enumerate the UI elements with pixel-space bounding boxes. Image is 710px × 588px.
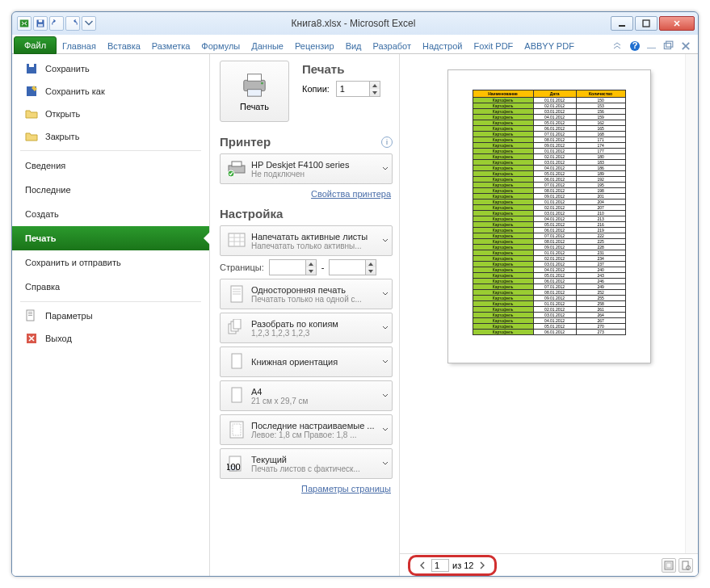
settings-heading: Настройка	[220, 207, 393, 220]
print-panel: Печать Печать Копии:	[210, 54, 399, 576]
print-preview: Наименование Дата Количество Картофель01…	[399, 54, 698, 576]
preview-scrollbar-v[interactable]	[685, 54, 698, 553]
spinner-up[interactable]	[366, 260, 376, 267]
table-row: Картофель05.01.2012189	[473, 171, 625, 177]
table-row: Картофель08.01.2012225	[473, 239, 625, 245]
redo-icon[interactable]	[65, 16, 80, 31]
tab-review[interactable]: Рецензир	[289, 38, 340, 53]
svg-rect-15	[28, 313, 32, 314]
table-row: Картофель02.01.2012153	[473, 103, 625, 109]
papersize-selector[interactable]: A421 см x 29,7 см	[220, 380, 393, 411]
orientation-selector[interactable]: Книжная ориентация	[220, 346, 393, 377]
print-what-selector[interactable]: Напечатать активные листыНапечатать толь…	[220, 225, 393, 256]
print-button[interactable]: Печать	[220, 61, 289, 122]
quick-access-toolbar	[17, 16, 96, 31]
tab-abbyy[interactable]: ABBYY PDF	[519, 38, 580, 53]
sidebar-item-info[interactable]: Сведения	[12, 153, 209, 178]
pages-to-input[interactable]	[330, 262, 365, 273]
close-button[interactable]	[659, 16, 695, 31]
sidebar-item-saveandsend[interactable]: Сохранить и отправить	[12, 250, 209, 275]
sidebar-item-help[interactable]: Справка	[12, 275, 209, 299]
pages-from-input[interactable]	[270, 262, 305, 273]
table-row: Картофель06.01.2012165	[473, 126, 625, 132]
sidebar-item-new[interactable]: Создать	[12, 202, 209, 226]
table-row: Картофель04.01.2012267	[473, 318, 625, 324]
tab-formulas[interactable]: Формулы	[195, 38, 246, 53]
undo-icon[interactable]	[49, 16, 64, 31]
table-row: Картофель06.01.2012273	[473, 330, 625, 335]
page-number-input[interactable]	[431, 559, 449, 572]
sidebar-item-label: Сохранить как	[45, 86, 105, 96]
printer-selector[interactable]: HP Deskjet F4100 series Не подключен	[220, 153, 393, 184]
svg-rect-14	[28, 312, 32, 313]
sidebar-item-save[interactable]: Сохранить	[12, 57, 209, 80]
sidebar-item-label: Последние	[25, 185, 71, 195]
tab-layout[interactable]: Разметка	[146, 38, 196, 53]
show-margins-button[interactable]	[662, 558, 676, 573]
sidebar-item-exit[interactable]: Выход	[12, 327, 209, 350]
printer-properties-link[interactable]: Свойства принтера	[220, 189, 391, 199]
sidebar-item-print[interactable]: Печать	[12, 226, 209, 250]
help-icon[interactable]: ?	[629, 40, 641, 53]
scale-icon: 100	[225, 455, 248, 472]
tab-developer[interactable]: Разработ	[368, 38, 417, 53]
sidebar-item-label: Выход	[45, 334, 72, 343]
copies-input[interactable]	[337, 83, 369, 94]
preview-footer: из 12	[400, 553, 698, 576]
sidebar-item-recent[interactable]: Последние	[12, 178, 209, 202]
sidebar-item-label: Справка	[25, 282, 60, 292]
tab-foxit[interactable]: Foxit PDF	[468, 38, 519, 53]
excel-icon	[17, 16, 32, 31]
svg-rect-30	[232, 354, 242, 368]
table-row: Картофель02.01.2012207	[473, 205, 625, 211]
page-setup-link[interactable]: Параметры страницы	[220, 484, 391, 494]
tab-addins[interactable]: Надстрой	[417, 38, 468, 53]
maximize-button[interactable]	[635, 16, 657, 31]
spinner-down[interactable]	[306, 267, 316, 275]
preview-canvas[interactable]: Наименование Дата Количество Картофель01…	[400, 54, 698, 553]
tab-insert[interactable]: Вставка	[102, 38, 146, 53]
tab-file[interactable]: Файл	[14, 36, 57, 54]
printer-info-icon[interactable]: i	[381, 136, 393, 148]
collate-selector[interactable]: Разобрать по копиям1,2,3 1,2,3 1,2,3	[220, 313, 393, 343]
win-doc-minimize-icon[interactable]: —	[647, 42, 656, 52]
table-row: Картофель03.01.2012183	[473, 160, 625, 166]
sidebar-item-label: Открыть	[45, 109, 80, 119]
ribbon-minimize-icon[interactable]	[611, 40, 623, 53]
table-row: Картофель05.01.2012270	[473, 324, 625, 330]
tab-view[interactable]: Вид	[340, 38, 368, 53]
svg-rect-2	[39, 20, 43, 23]
save-icon	[25, 62, 38, 75]
sidebar-item-open[interactable]: Открыть	[12, 103, 209, 125]
page-prev-button[interactable]	[417, 560, 428, 571]
tab-data[interactable]: Данные	[246, 38, 289, 53]
win-doc-restore-icon[interactable]	[662, 40, 674, 53]
copies-spinner-down[interactable]	[370, 89, 380, 96]
tab-home[interactable]: Главная	[57, 38, 102, 53]
spinner-up[interactable]	[306, 260, 316, 267]
save-icon[interactable]	[33, 16, 48, 31]
scaling-selector[interactable]: 100 ТекущийПечать листов с фактическ...	[220, 448, 393, 479]
win-doc-close-icon[interactable]	[680, 40, 691, 53]
sidebar-item-close[interactable]: Закрыть	[12, 125, 209, 148]
minimize-button[interactable]	[611, 16, 633, 31]
preview-page: Наименование Дата Количество Картофель01…	[448, 70, 650, 363]
margins-selector[interactable]: Последние настраиваемые ...Левое: 1,8 см…	[220, 414, 393, 445]
table-row: Картофель02.01.2012180	[473, 154, 625, 160]
copies-input-box	[336, 81, 380, 97]
backstage-sidebar: Сохранить Сохранить как Открыть Закрыть …	[12, 54, 210, 576]
copies-spinner-up[interactable]	[370, 82, 380, 89]
sidebar-item-label: Сведения	[25, 161, 65, 170]
sidebar-item-saveas[interactable]: Сохранить как	[12, 80, 209, 103]
sidebar-item-options[interactable]: Параметры	[12, 304, 209, 327]
printer-status: Не подключен	[251, 170, 377, 178]
sidebar-item-label: Печать	[25, 233, 56, 243]
zoom-to-page-button[interactable]	[678, 558, 693, 573]
qat-customize-icon[interactable]	[82, 16, 96, 31]
table-row: Картофель09.01.2012255	[473, 296, 625, 301]
spinner-down[interactable]	[366, 267, 376, 275]
svg-text:?: ?	[632, 40, 638, 50]
page-next-button[interactable]	[477, 560, 488, 571]
print-side-selector[interactable]: Односторонняя печатьПечатать только на о…	[220, 279, 393, 309]
collate-icon	[225, 319, 248, 337]
